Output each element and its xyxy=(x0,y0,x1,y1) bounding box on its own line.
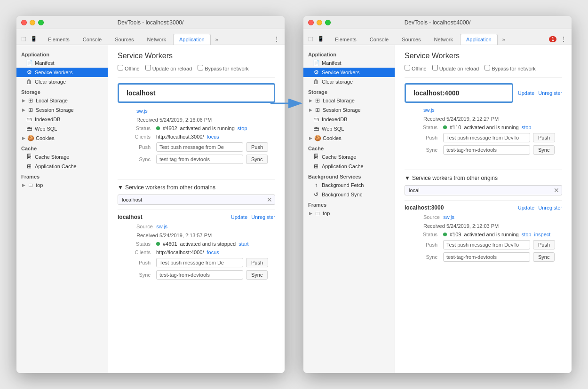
right-offline-checkbox[interactable] xyxy=(405,65,410,70)
right-origins-filter-input[interactable] xyxy=(405,185,562,195)
left-origin-push-button[interactable]: Push xyxy=(246,258,268,267)
right-push-button[interactable]: Push xyxy=(533,133,555,142)
left-push-button[interactable]: Push xyxy=(246,142,268,152)
right-origin-push-input[interactable] xyxy=(443,240,530,249)
left-bypass-label[interactable]: Bypass for network xyxy=(198,65,249,71)
left-origin-sync-input[interactable] xyxy=(156,270,243,280)
right-device-icon[interactable]: 📱 xyxy=(317,34,325,43)
right-tab-console[interactable]: Console xyxy=(364,34,395,45)
left-sidebar-session-storage[interactable]: ▶ ⊞ Session Storage xyxy=(16,105,108,115)
left-offline-checkbox[interactable] xyxy=(118,65,123,70)
left-sync-button[interactable]: Sync xyxy=(246,155,268,164)
right-sidebar-indexeddb[interactable]: 🗃 IndexedDB xyxy=(303,115,395,124)
left-tab-network[interactable]: Network xyxy=(141,34,172,45)
left-sidebar-manifest[interactable]: 📄 Manifest xyxy=(16,58,108,68)
right-tab-more[interactable]: » xyxy=(500,34,508,45)
left-sidebar-frames-top[interactable]: ▶ □ top xyxy=(16,180,108,190)
left-sidebar-local-storage[interactable]: ▶ ⊞ Local Storage xyxy=(16,96,108,105)
left-origin-sync-button[interactable]: Sync xyxy=(246,270,268,280)
left-update-checkbox[interactable] xyxy=(145,65,151,70)
right-update-checkbox[interactable] xyxy=(432,65,438,70)
right-close-button[interactable] xyxy=(308,20,314,25)
right-sidebar-websql[interactable]: 🗃 Web SQL xyxy=(303,124,395,133)
right-sidebar-local-storage[interactable]: ▶ ⊞ Local Storage xyxy=(303,96,395,105)
right-sidebar-bg-sync[interactable]: ↺ Background Sync xyxy=(303,190,395,199)
right-sw-unregister[interactable]: Unregister xyxy=(538,90,562,96)
left-origin-clients-focus[interactable]: focus xyxy=(207,249,219,255)
left-sidebar-cookies[interactable]: ▶ 🍪 Cookies xyxy=(16,133,108,143)
left-tab-sources[interactable]: Sources xyxy=(109,34,140,45)
right-status-action[interactable]: stop xyxy=(522,124,532,130)
right-origin-sync-button[interactable]: Sync xyxy=(533,252,555,262)
left-origins-filter-input[interactable] xyxy=(118,194,275,205)
right-inspect-icon[interactable]: ⬚ xyxy=(306,34,315,43)
right-update-label[interactable]: Update on reload xyxy=(432,65,479,71)
right-origin-unregister[interactable]: Unregister xyxy=(538,205,562,210)
right-origin-push-button[interactable]: Push xyxy=(533,240,555,249)
right-push-input[interactable] xyxy=(443,133,530,142)
left-bypass-checkbox[interactable] xyxy=(198,65,203,70)
left-origin-unregister[interactable]: Unregister xyxy=(251,214,275,220)
right-tab-network[interactable]: Network xyxy=(428,34,459,45)
left-inspect-icon[interactable]: ⬚ xyxy=(19,34,28,43)
right-offline-label[interactable]: Offline xyxy=(405,65,427,71)
left-origin-update[interactable]: Update xyxy=(231,214,247,220)
right-sidebar-manifest[interactable]: 📄 Manifest xyxy=(303,58,395,68)
left-collapse-icon[interactable]: ▼ xyxy=(118,184,123,191)
right-sw-update[interactable]: Update xyxy=(518,90,534,96)
right-origin-status-action[interactable]: stop xyxy=(522,232,532,237)
right-tab-elements[interactable]: Elements xyxy=(329,34,363,45)
left-sidebar-service-workers[interactable]: ⚙ Service Workers xyxy=(16,68,108,77)
right-tab-application[interactable]: Application xyxy=(460,34,498,45)
right-collapse-icon[interactable]: ▼ xyxy=(405,175,410,181)
left-sidebar-app-cache[interactable]: ⊞ Application Cache xyxy=(16,162,108,171)
left-origins-filter-clear[interactable]: ✕ xyxy=(267,196,272,203)
left-tab-elements[interactable]: Elements xyxy=(42,34,76,45)
right-sidebar-frames-top[interactable]: ▶ □ top xyxy=(303,209,395,218)
right-sidebar-session-storage[interactable]: ▶ ⊞ Session Storage xyxy=(303,105,395,115)
right-tab-sources[interactable]: Sources xyxy=(396,34,427,45)
left-close-button[interactable] xyxy=(21,20,27,25)
right-sidebar-app-cache[interactable]: ⊞ Application Cache xyxy=(303,162,395,171)
right-origin-source-link[interactable]: sw.js xyxy=(443,214,454,220)
right-sync-button[interactable]: Sync xyxy=(533,145,555,155)
left-sw-source-link[interactable]: sw.js xyxy=(136,108,148,114)
right-sidebar-cache-storage[interactable]: 🗄 Cache Storage xyxy=(303,152,395,162)
left-update-label[interactable]: Update on reload xyxy=(145,65,192,71)
right-origin-sync-input[interactable] xyxy=(443,252,530,262)
left-sidebar-websql[interactable]: 🗃 Web SQL xyxy=(16,124,108,133)
right-sidebar-cookies[interactable]: ▶ 🍪 Cookies xyxy=(303,133,395,143)
left-sidebar-clear-storage[interactable]: 🗑 Clear storage xyxy=(16,77,108,86)
right-sidebar-clear-storage[interactable]: 🗑 Clear storage xyxy=(303,77,395,86)
right-origins-filter-clear[interactable]: ✕ xyxy=(554,187,559,194)
right-more-options[interactable]: ⋮ xyxy=(558,35,569,43)
right-sw-source-link[interactable]: sw.js xyxy=(423,107,435,113)
left-tab-application[interactable]: Application xyxy=(173,34,211,45)
left-offline-label[interactable]: Offline xyxy=(118,65,140,71)
right-other-origins-title: ▼ Service workers from other origins xyxy=(405,175,562,181)
left-tab-console[interactable]: Console xyxy=(77,34,108,45)
left-device-icon[interactable]: 📱 xyxy=(30,34,38,43)
left-sidebar-indexeddb[interactable]: 🗃 IndexedDB xyxy=(16,115,108,124)
right-bypass-checkbox[interactable] xyxy=(485,65,490,70)
left-tab-more[interactable]: » xyxy=(213,34,221,45)
right-origin-inspect[interactable]: inspect xyxy=(534,232,550,237)
left-origin-push-input[interactable] xyxy=(156,258,243,267)
left-minimize-button[interactable] xyxy=(30,20,35,25)
left-status-action[interactable]: stop xyxy=(238,125,247,131)
right-maximize-button[interactable] xyxy=(325,20,331,25)
left-origin-status-action[interactable]: start xyxy=(238,241,248,247)
left-more-options[interactable]: ⋮ xyxy=(271,35,282,43)
right-minimize-button[interactable] xyxy=(317,20,322,25)
right-sidebar-service-workers[interactable]: ⚙ Service Workers xyxy=(303,68,395,77)
left-clients-focus[interactable]: focus xyxy=(207,134,219,140)
left-origin-source-link[interactable]: sw.js xyxy=(156,224,167,229)
right-sidebar-bg-fetch[interactable]: ↑ Background Fetch xyxy=(303,180,395,190)
right-origin-update[interactable]: Update xyxy=(518,205,534,210)
left-maximize-button[interactable] xyxy=(38,20,44,25)
left-sidebar-cache-storage[interactable]: 🗄 Cache Storage xyxy=(16,152,108,162)
left-sync-input[interactable] xyxy=(156,155,243,164)
left-push-input[interactable] xyxy=(156,142,243,152)
right-sync-input[interactable] xyxy=(443,145,530,155)
right-bypass-label[interactable]: Bypass for network xyxy=(485,65,536,71)
